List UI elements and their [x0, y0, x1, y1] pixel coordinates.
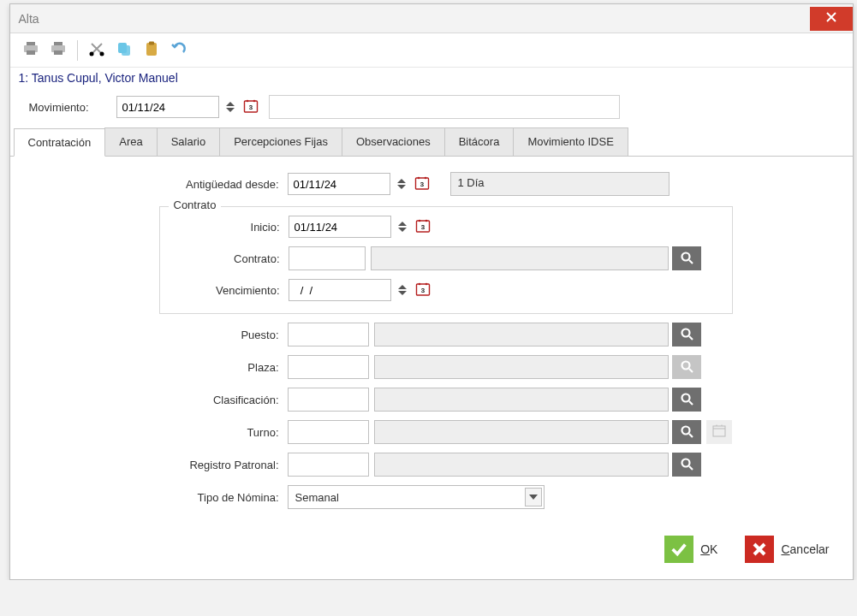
tab-bitacora[interactable]: Bitácora	[444, 127, 515, 156]
copy-icon	[116, 40, 133, 60]
svg-point-24	[681, 252, 689, 260]
movimiento-description[interactable]	[269, 95, 620, 119]
window-buttons	[810, 7, 853, 31]
svg-point-14	[253, 99, 255, 102]
inicio-date-input[interactable]	[289, 216, 391, 238]
calendar-icon: 3	[415, 218, 431, 236]
plaza-code-input[interactable]	[288, 355, 369, 379]
inicio-spinner[interactable]	[395, 216, 410, 238]
antiguedad-row: Antigüedad desde: 3 1 Día	[22, 172, 841, 196]
svg-rect-4	[54, 50, 62, 55]
close-icon	[826, 12, 836, 25]
turno-desc-input	[374, 420, 669, 444]
inicio-row: Inicio: 3	[172, 216, 720, 238]
puesto-search-button[interactable]	[672, 323, 701, 346]
calendar-icon: 3	[415, 281, 431, 299]
search-icon	[680, 392, 693, 408]
tab-observaciones[interactable]: Observaciones	[342, 127, 445, 156]
svg-point-7	[99, 52, 104, 56]
svg-text:3: 3	[420, 181, 424, 188]
inicio-calendar-button[interactable]: 3	[414, 217, 432, 236]
antiguedad-date-input[interactable]	[288, 173, 390, 195]
tipo-nomina-label: Tipo de Nómina:	[22, 491, 288, 504]
svg-point-26	[418, 282, 420, 285]
antiguedad-spinner[interactable]	[394, 173, 409, 195]
svg-point-31	[681, 394, 689, 401]
vencimiento-date-input[interactable]	[289, 279, 391, 301]
vencimiento-label: Vencimiento:	[172, 284, 289, 297]
print-button[interactable]	[19, 38, 43, 62]
paste-button[interactable]	[140, 38, 164, 62]
registro-patronal-row: Registro Patronal:	[22, 453, 841, 477]
contrato-row: Contrato:	[172, 246, 720, 270]
turno-calendar-button[interactable]	[706, 420, 732, 444]
calendar-icon: 3	[414, 175, 430, 193]
chevron-down-icon	[525, 488, 542, 506]
cancel-button[interactable]: Cancelar	[741, 531, 840, 567]
svg-rect-2	[27, 42, 35, 45]
svg-text:3: 3	[420, 223, 425, 231]
search-icon	[680, 251, 693, 267]
calendar-icon	[711, 424, 727, 441]
search-icon	[680, 424, 693, 441]
plaza-row: Plaza:	[22, 355, 841, 379]
turno-label: Turno:	[22, 426, 288, 439]
window-close-button[interactable]	[810, 7, 853, 31]
puesto-code-input[interactable]	[288, 323, 369, 346]
contrato-fieldset: Contrato Inicio: 3 Contrato:	[159, 206, 733, 314]
chevron-down-icon	[226, 108, 235, 112]
antiguedad-label: Antigüedad desde:	[22, 178, 288, 191]
ok-button[interactable]: OK	[660, 531, 729, 567]
svg-rect-5	[54, 42, 62, 45]
clasificacion-desc-input	[374, 388, 669, 412]
undo-icon	[170, 40, 187, 60]
tab-movimiento-idse[interactable]: Movimiento IDSE	[513, 127, 628, 156]
copy-button[interactable]	[112, 38, 136, 62]
turno-search-button[interactable]	[672, 420, 701, 444]
search-icon	[680, 359, 693, 376]
movimiento-spinner[interactable]	[223, 96, 238, 118]
tipo-nomina-select[interactable]: Semanal	[288, 485, 545, 509]
vencimiento-row: Vencimiento: 3	[172, 279, 720, 301]
registro-patronal-search-button[interactable]	[672, 453, 701, 477]
tab-contratacion[interactable]: Contratación	[14, 128, 106, 157]
registro-patronal-desc-input	[374, 453, 669, 477]
svg-point-17	[417, 176, 420, 179]
printer-icon	[50, 40, 67, 60]
puesto-desc-input	[374, 323, 669, 346]
turno-code-input[interactable]	[288, 420, 369, 444]
undo-button[interactable]	[167, 38, 191, 62]
contrato-search-button[interactable]	[672, 246, 701, 270]
tab-percepciones[interactable]: Percepciones Fijas	[219, 127, 342, 156]
print-secondary-button[interactable]	[46, 38, 70, 62]
clasificacion-row: Clasificación:	[22, 388, 841, 412]
contrato-label: Contrato:	[172, 252, 289, 265]
registro-patronal-label: Registro Patronal:	[22, 459, 288, 471]
svg-point-21	[418, 219, 420, 222]
close-icon	[745, 536, 774, 563]
svg-point-29	[681, 329, 689, 336]
svg-point-6	[89, 52, 93, 56]
alta-window: Alta	[9, 3, 854, 580]
vencimiento-spinner[interactable]	[395, 279, 410, 301]
movimiento-row: Movimiento: 3	[10, 90, 853, 124]
tab-salario[interactable]: Salario	[157, 127, 220, 156]
registro-patronal-code-input[interactable]	[288, 453, 369, 477]
contrato-desc-input	[371, 246, 669, 270]
tab-area[interactable]: Area	[104, 127, 157, 156]
contrato-code-input[interactable]	[289, 246, 366, 270]
clasificacion-code-input[interactable]	[288, 388, 369, 412]
plaza-search-button[interactable]	[672, 355, 701, 379]
movimiento-calendar-button[interactable]: 3	[241, 98, 260, 116]
cut-button[interactable]	[85, 38, 109, 62]
clasificacion-search-button[interactable]	[672, 388, 701, 412]
plaza-desc-input	[374, 355, 669, 379]
paste-icon	[143, 40, 160, 60]
vencimiento-calendar-button[interactable]: 3	[414, 281, 432, 299]
toolbar	[10, 33, 853, 68]
tipo-nomina-row: Tipo de Nómina: Semanal	[22, 485, 841, 509]
svg-point-30	[681, 361, 689, 369]
svg-rect-9	[122, 45, 130, 56]
antiguedad-calendar-button[interactable]: 3	[413, 175, 431, 193]
movimiento-date-input[interactable]	[116, 96, 219, 118]
